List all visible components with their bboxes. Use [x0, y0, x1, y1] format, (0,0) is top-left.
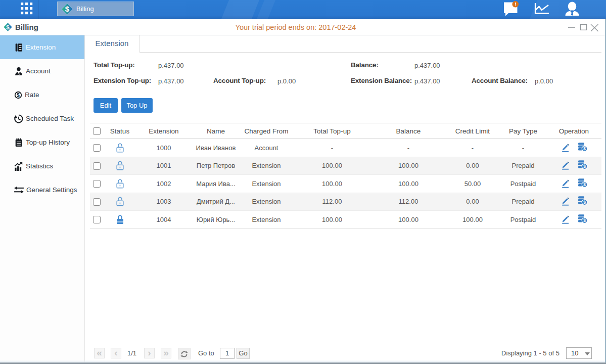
svg-text:$: $ [17, 92, 20, 98]
svg-text:$: $ [583, 164, 586, 169]
svg-text:$: $ [583, 146, 586, 151]
svg-text:$: $ [583, 182, 586, 187]
svg-text:$: $ [583, 218, 586, 223]
svg-text:$: $ [583, 200, 586, 205]
svg-text:$: $ [65, 5, 70, 13]
